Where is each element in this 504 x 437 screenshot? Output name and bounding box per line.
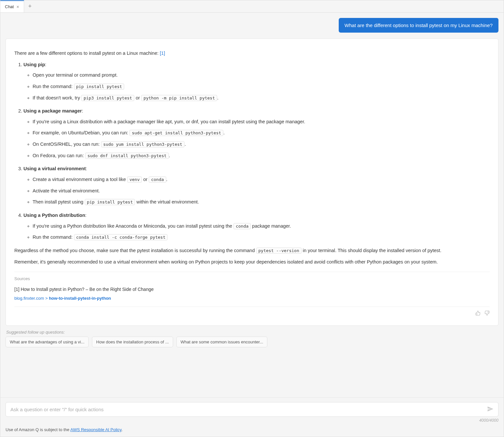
bullet-item: Activate the virtual environment. [33,187,490,195]
options-list: Using pip:Open your terminal or command … [14,61,490,241]
inline-code: conda [149,176,166,183]
footer-link[interactable]: AWS Responsible AI Policy [70,427,122,432]
user-message: What are the different options to instal… [339,18,498,33]
user-message-text: What are the different options to instal… [345,23,493,28]
tab-label: Chat [5,4,14,9]
inline-code: pip install pytest [85,199,135,205]
option-bullets: If you're using a Python distribution li… [23,222,490,241]
bullet-item: For example, on Ubuntu/Debian, you can r… [33,129,490,137]
tab-bar: Chat × + [0,0,504,13]
inline-code: conda install -c conda-forge pytest [74,234,168,240]
bullet-item: If you're using a Python distribution li… [33,222,490,230]
sources-divider [14,272,490,272]
footer-prefix: Use of Amazon Q is subject to the [6,427,70,432]
send-icon[interactable] [487,406,494,413]
option-bullets: Create a virtual environment using a too… [23,175,490,206]
citation-link[interactable]: [1] [160,51,165,56]
assistant-message: There are a few different options to ins… [6,38,498,326]
inline-code: python -m pip install pytest [141,95,217,101]
bullet-item: Run the command: pip install pytest [33,83,490,91]
close-icon[interactable]: × [16,4,19,9]
source-url[interactable]: blog.finxter.com > how-to-install-pytest… [14,295,490,302]
option-item: Using a virtual environment:Create a vir… [23,165,490,206]
closing-paragraph-2: Remember, it's generally recommended to … [14,258,490,266]
source-title: [1] How to Install pytest in Python? – B… [14,286,490,294]
inline-code: sudo apt-get install python3-pytest [129,130,223,136]
closing-paragraph-1: Regardless of the method you choose, mak… [14,247,490,255]
option-title: Using pip [23,62,45,67]
bullet-item: On CentOS/RHEL, you can run: sudo yum in… [33,140,490,148]
option-title: Using a virtual environment [23,166,86,171]
bullet-item: If you're using a Linux distribution wit… [33,118,490,126]
bullet-item: Open your terminal or command prompt. [33,71,490,79]
chat-input[interactable] [10,407,487,412]
suggestions-label: Suggested follow up questions: [6,330,498,335]
thumbs-up-icon[interactable] [475,310,481,318]
feedback-row [14,307,490,318]
thumbs-down-icon[interactable] [484,310,490,318]
sources-label: Sources [14,275,490,282]
inline-code: pip3 install pytest [81,95,134,101]
suggestions-row: What are the advantages of using a vi...… [6,337,498,347]
footer-note: Use of Amazon Q is subject to the AWS Re… [0,425,504,437]
chat-input-box[interactable] [6,402,498,417]
inline-code: venv [127,176,142,183]
suggestion-chip[interactable]: What are some common issues encounter... [176,337,268,347]
input-area: 4000/4000 [0,397,504,425]
inline-code: sudo yum install python3-pytest [101,141,185,147]
intro-text: There are a few different options to ins… [14,51,160,56]
bullet-item: Create a virtual environment using a too… [33,175,490,184]
option-bullets: Open your terminal or command prompt.Run… [23,71,490,102]
closing1-pre: Regardless of the method you choose, mak… [14,248,256,253]
inline-code: conda [233,223,251,229]
char-count: 4000/4000 [6,418,498,423]
assistant-intro: There are a few different options to ins… [14,49,490,57]
tab-chat[interactable]: Chat × [0,0,24,12]
suggestion-chip[interactable]: What are the advantages of using a vi... [6,337,89,347]
bullet-item: On Fedora, you can run: sudo dnf install… [33,152,490,160]
option-title: Using a package manager [23,108,82,113]
new-tab-button[interactable]: + [24,0,36,12]
chat-area: What are the different options to instal… [0,13,504,397]
bullet-item: Run the command: conda install -c conda-… [33,233,490,241]
bullet-item: Then install pytest using pip install py… [33,198,490,206]
option-item: Using a Python distribution:If you're us… [23,211,490,241]
closing1-code: pytest --version [256,248,302,254]
option-title: Using a Python distribution [23,213,85,218]
sources-list: [1] How to Install pytest in Python? – B… [14,286,490,302]
closing1-post: in your terminal. This should display th… [302,248,441,253]
option-bullets: If you're using a Linux distribution wit… [23,118,490,160]
bullet-item: If that doesn't work, try pip3 install p… [33,94,490,102]
suggestion-chip[interactable]: How does the installation process of ... [92,337,173,347]
footer-suffix: . [122,427,123,432]
option-item: Using a package manager:If you're using … [23,107,490,159]
option-item: Using pip:Open your terminal or command … [23,61,490,102]
inline-code: sudo dnf install python3-pytest [85,153,169,159]
inline-code: pip install pytest [74,83,125,90]
